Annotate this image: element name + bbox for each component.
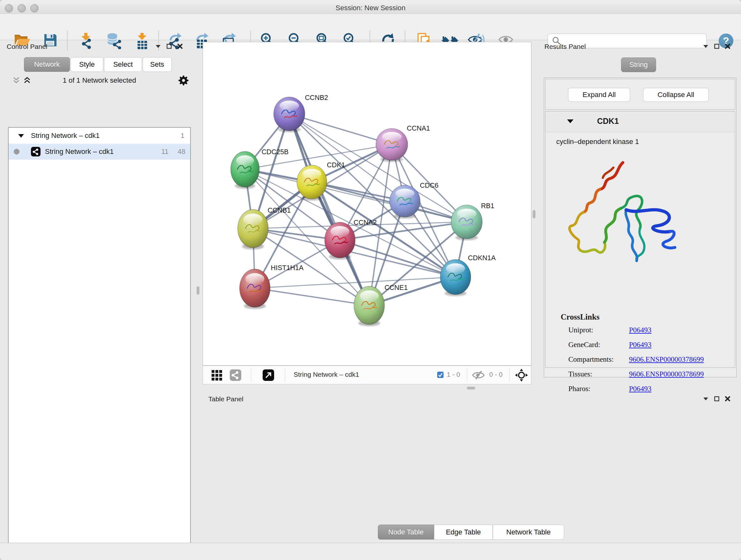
table-panel: Table Panel f(x) shared namenamecanonica… (203, 386, 741, 543)
crosslinks-heading: CrossLinks (561, 313, 600, 321)
tab-node-table[interactable]: Node Table (378, 524, 434, 540)
tab-sets[interactable]: Sets (143, 57, 172, 72)
tab-style[interactable]: Style (71, 57, 104, 72)
edge-CCNE1-HIST1H1A (255, 288, 369, 305)
crosslink-row: Uniprot: P06493 (568, 326, 728, 334)
node-label-CCNA2: CCNA2 (354, 219, 377, 226)
collection-count: 1 (181, 132, 185, 140)
tab-string[interactable]: String (621, 57, 656, 72)
grid-view-icon[interactable] (212, 370, 222, 381)
string-network-icon (31, 147, 41, 157)
node-RB1[interactable]: RB1 (451, 202, 494, 240)
crosslink-link[interactable]: 9606.ENSP00000378699 (629, 370, 704, 378)
crosslink-label: Tissues: (568, 370, 629, 378)
node-CDKN1A[interactable]: CDKN1A (441, 254, 496, 296)
table-panel-header-icons (703, 396, 730, 401)
crosslink-label: Uniprot: (568, 326, 629, 334)
right-splitter-handle[interactable] (533, 210, 536, 219)
panel-float-icon[interactable] (166, 44, 172, 49)
status-bar: Memory (0, 543, 741, 560)
node-label-HIST1H1A: HIST1H1A (271, 264, 304, 272)
tab-network[interactable]: Network (24, 57, 70, 72)
gear-icon[interactable] (178, 75, 189, 86)
tree-expander-icon[interactable] (18, 134, 24, 138)
protein-name: CDK1 (597, 117, 619, 126)
network-canvas[interactable]: CCNB2 CCNA1 CDC25B CDK1 CDC6 RB1 CCNB1 C… (203, 42, 531, 366)
results-panel-header-icons (703, 44, 730, 49)
table-panel-title: Table Panel (208, 395, 244, 403)
crosslink-link[interactable]: 9606.ENSP00000378699 (629, 355, 704, 364)
panel-close-icon[interactable] (725, 44, 730, 49)
node-label-CDC6: CDC6 (420, 182, 439, 189)
hidden-eye-icon (472, 370, 485, 380)
panel-menu-icon[interactable] (155, 44, 161, 48)
protein-card-header[interactable]: CDK1 (545, 111, 735, 132)
network-row-selected[interactable]: String Network – cdk1 11 48 (9, 144, 190, 160)
window-title: Session: New Session (0, 4, 741, 12)
node-label-CCNA1: CCNA1 (407, 125, 430, 132)
node-label-CCNB2: CCNB2 (305, 94, 328, 102)
network-collection-row[interactable]: String Network – cdk1 1 (9, 128, 190, 144)
bottom-splitter-handle[interactable] (467, 387, 475, 389)
selected-counts: 1 - 0 (447, 371, 460, 378)
panel-close-icon[interactable] (178, 44, 183, 49)
node-CCNE1[interactable]: CCNE1 (354, 284, 408, 326)
network-edge-count: 48 (178, 147, 185, 156)
crosslink-label: GeneCard: (568, 341, 629, 349)
collection-label: String Network – cdk1 (31, 132, 99, 140)
crosslink-row: Compartments: 9606.ENSP00000378699 (568, 355, 728, 364)
panel-float-icon[interactable] (714, 44, 719, 49)
accordion-expander-icon[interactable] (567, 119, 574, 124)
node-CDC25B[interactable]: CDC25B (231, 148, 288, 189)
network-list-header: 1 of 1 Network selected (8, 74, 191, 87)
node-label-CCNE1: CCNE1 (385, 284, 408, 292)
table-type-tabs: Node TableEdge TableNetwork Table (378, 524, 564, 540)
network-view-title: String Network – cdk1 (293, 371, 359, 378)
collapse-all-button[interactable]: Collapse All (643, 88, 709, 102)
hidden-counts: 0 - 0 (489, 371, 502, 378)
title-bar: Session: New Session (0, 0, 741, 14)
network-selection-summary: 1 of 1 Network selected (8, 76, 191, 84)
node-label-CDK1: CDK1 (327, 161, 345, 169)
control-panel-title: Control Panel (7, 43, 47, 51)
selected-checkbox-icon[interactable] (437, 372, 444, 378)
network-list: String Network – cdk1 1 String Network –… (8, 127, 191, 560)
main-toolbar: ? (0, 14, 741, 40)
panel-menu-icon[interactable] (703, 397, 709, 401)
left-splitter-handle[interactable] (197, 287, 199, 295)
results-panel-title: Results Panel (544, 43, 586, 51)
panel-float-icon[interactable] (714, 396, 719, 401)
expand-all-button[interactable]: Expand All (568, 88, 630, 102)
node-CCNA2[interactable]: CCNA2 (325, 219, 377, 260)
crosslink-link[interactable]: P06493 (629, 326, 651, 334)
control-panel: Control Panel NetworkStyleSelectSets 1 o… (0, 40, 200, 543)
network-label: String Network – cdk1 (45, 147, 114, 156)
control-panel-tabs: NetworkStyleSelectSets (24, 57, 172, 72)
node-CDK1[interactable]: CDK1 (297, 161, 345, 200)
control-panel-header-icons (155, 44, 183, 49)
protein-description: cyclin–dependent kinase 1 (556, 138, 639, 146)
node-HIST1H1A[interactable]: HIST1H1A (240, 264, 304, 309)
tab-edge-table[interactable]: Edge Table (434, 524, 493, 540)
node-label-CDC25B: CDC25B (262, 148, 289, 156)
results-panel: Results Panel String Expand All Collapse… (539, 40, 741, 383)
edge-CCNB2-CCNE1 (289, 114, 369, 306)
network-share-icon[interactable] (230, 369, 241, 381)
node-label-CCNB1: CCNB1 (268, 206, 291, 214)
current-network-dot-icon (14, 149, 19, 154)
open-in-window-icon[interactable] (263, 369, 274, 381)
network-node-count: 11 (161, 147, 169, 156)
tab-network-table[interactable]: Network Table (493, 524, 564, 540)
crosslink-row: GeneCard: P06493 (568, 341, 728, 349)
protein-card: CDK1 cyclin–dependent kinase 1 CrossLink… (545, 111, 735, 368)
birds-eye-view-icon[interactable] (515, 369, 528, 381)
crosslink-link[interactable]: P06493 (629, 341, 651, 349)
protein-structure-image (561, 158, 685, 277)
node-label-RB1: RB1 (481, 202, 494, 210)
tab-select[interactable]: Select (104, 57, 142, 72)
node-label-CDKN1A: CDKN1A (468, 254, 496, 262)
panel-menu-icon[interactable] (703, 44, 709, 48)
node-CCNB2[interactable]: CCNB2 (274, 94, 328, 132)
crosslink-label: Compartments: (568, 355, 629, 364)
panel-close-icon[interactable] (725, 396, 730, 401)
